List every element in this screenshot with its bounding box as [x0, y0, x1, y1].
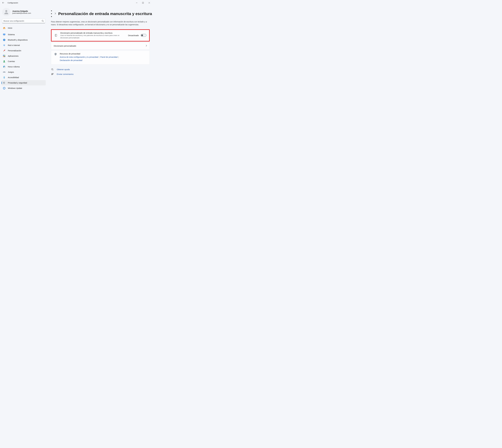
- shield-icon: [54, 53, 57, 56]
- monitor-icon: [3, 33, 5, 36]
- help-icon: ?: [51, 68, 54, 71]
- sidebar-item-network[interactable]: Red e Internet: [1, 43, 46, 48]
- sidebar-item-gaming[interactable]: Juegos: [1, 69, 46, 75]
- nav: Inicio Sistema Bluetooth y dispositivos …: [1, 25, 46, 91]
- feedback-label: Enviar comentarios: [57, 73, 74, 75]
- titlebar: Configuración: [0, 0, 152, 5]
- chevron-right-icon: [146, 45, 147, 47]
- sidebar-item-privacy[interactable]: Privacidad y seguridad: [1, 80, 46, 85]
- sidebar-item-label: Inicio: [8, 27, 12, 29]
- sidebar-item-home[interactable]: Inicio: [1, 25, 46, 31]
- sidebar-item-label: Sistema: [8, 33, 15, 36]
- accessibility-icon: [3, 76, 5, 79]
- svg-rect-9: [3, 56, 4, 57]
- search-icon: [42, 20, 44, 22]
- notebook-icon: [54, 34, 58, 37]
- privacy-links: Acerca de esta configuración y tu privac…: [60, 55, 147, 62]
- sidebar: Juanma Delgado juanmatek@outlook.com Ini…: [0, 5, 47, 136]
- clock-globe-icon: [3, 65, 5, 68]
- search-box[interactable]: [2, 18, 45, 23]
- get-help-link[interactable]: ? Obtener ayuda: [51, 68, 150, 71]
- sidebar-item-accounts[interactable]: Cuentas: [1, 59, 46, 64]
- shield-icon: [3, 81, 5, 84]
- minimize-button[interactable]: [134, 0, 140, 5]
- sidebar-item-label: Personalización: [8, 49, 21, 52]
- card-nav-label: Diccionario personalizado: [54, 45, 146, 47]
- svg-rect-17: [55, 34, 57, 36]
- svg-rect-7: [3, 55, 4, 56]
- svg-rect-4: [3, 34, 5, 35]
- custom-dictionary-link-card[interactable]: Diccionario personalizado: [51, 42, 150, 49]
- svg-point-11: [4, 61, 5, 62]
- sidebar-item-time[interactable]: Hora e idioma: [1, 64, 46, 69]
- page-title: Personalización de entrada manuscrita y …: [58, 12, 152, 16]
- separator: |: [118, 56, 119, 58]
- profile-text: Juanma Delgado juanmatek@outlook.com: [12, 10, 31, 14]
- sidebar-item-bluetooth[interactable]: Bluetooth y dispositivos: [1, 37, 46, 43]
- sidebar-item-update[interactable]: Windows Update: [1, 86, 46, 91]
- privacy-link-statement[interactable]: Declaración de privacidad: [60, 59, 82, 61]
- sidebar-item-label: Aplicaciones: [8, 55, 18, 57]
- bluetooth-icon: [3, 39, 5, 41]
- toggle-group: Desactivado: [128, 34, 146, 37]
- update-icon: [3, 87, 5, 90]
- sidebar-item-system[interactable]: Sistema: [1, 32, 46, 37]
- svg-point-15: [4, 76, 4, 77]
- sidebar-item-accessibility[interactable]: Accesibilidad: [1, 75, 46, 80]
- toggle-state-label: Desactivado: [128, 34, 139, 36]
- arrow-left-icon: [2, 2, 4, 4]
- sidebar-item-label: Accesibilidad: [8, 76, 19, 79]
- sidebar-item-label: Cuentas: [8, 60, 15, 63]
- svg-point-16: [3, 87, 5, 89]
- privacy-title: Recursos de privacidad: [60, 53, 147, 55]
- svg-point-1: [5, 10, 7, 12]
- highlighted-setting: Diccionario personalizado de entrada man…: [51, 29, 150, 41]
- wifi-icon: [3, 44, 5, 47]
- sidebar-item-personalization[interactable]: Personalización: [1, 48, 46, 53]
- separator: |: [99, 56, 99, 58]
- breadcrumb-more[interactable]: • • •: [51, 9, 52, 18]
- maximize-button[interactable]: [140, 0, 146, 5]
- search-input[interactable]: [3, 20, 42, 22]
- brush-icon: [3, 49, 5, 52]
- account-icon: [3, 60, 5, 63]
- sidebar-item-label: Privacidad y seguridad: [8, 82, 27, 84]
- feedback-icon: [51, 73, 54, 76]
- svg-rect-21: [53, 73, 54, 74]
- close-icon: [149, 2, 150, 3]
- privacy-link-panel[interactable]: Panel de privacidad: [100, 56, 118, 58]
- app-title: Configuración: [8, 2, 18, 4]
- svg-rect-0: [142, 2, 144, 3]
- card-title: Diccionario personalizado de entrada man…: [60, 32, 125, 34]
- home-icon: [3, 27, 5, 29]
- card-subtitle: Usar mi historial de escritura y mis pat…: [60, 34, 122, 39]
- profile-name: Juanma Delgado: [12, 10, 31, 12]
- apps-icon: [3, 55, 5, 57]
- profile-email: juanmatek@outlook.com: [12, 12, 31, 14]
- profile-block[interactable]: Juanma Delgado juanmatek@outlook.com: [1, 7, 46, 18]
- breadcrumb: • • • Personalización de entrada manuscr…: [51, 9, 150, 18]
- sidebar-item-label: Hora e idioma: [8, 66, 20, 68]
- feedback-link[interactable]: Enviar comentarios: [51, 73, 150, 76]
- svg-point-2: [42, 20, 43, 21]
- toggle-knob: [141, 34, 143, 36]
- chevron-right-icon: [55, 13, 56, 15]
- sidebar-item-apps[interactable]: Aplicaciones: [1, 53, 46, 59]
- person-icon: [3, 9, 9, 15]
- help-links: ? Obtener ayuda Enviar comentarios: [51, 68, 150, 76]
- back-button[interactable]: [0, 0, 6, 5]
- svg-rect-5: [4, 35, 5, 36]
- minimize-icon: [136, 2, 137, 3]
- dictionary-toggle-card: Diccionario personalizado de entrada man…: [51, 30, 149, 41]
- dictionary-toggle[interactable]: [141, 34, 146, 37]
- maximize-icon: [142, 2, 144, 3]
- svg-point-14: [4, 72, 5, 72]
- page-description: Para obtener mejores sugerencias, crea u…: [51, 20, 148, 26]
- svg-point-20: [52, 73, 52, 74]
- close-button[interactable]: [146, 0, 152, 5]
- avatar: [2, 8, 11, 16]
- main-content: • • • Personalización de entrada manuscr…: [47, 5, 152, 136]
- sidebar-item-label: Windows Update: [8, 87, 22, 89]
- privacy-link-about[interactable]: Acerca de esta configuración y tu privac…: [60, 56, 98, 58]
- sidebar-item-label: Bluetooth y dispositivos: [8, 39, 28, 41]
